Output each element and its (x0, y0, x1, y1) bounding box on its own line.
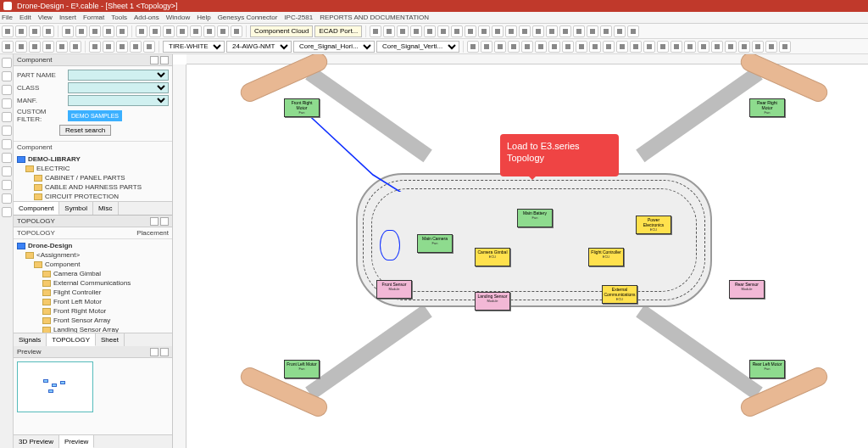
tree-item[interactable]: External Communications (53, 279, 131, 287)
custom-filter-value[interactable]: DEMO SAMPLES (68, 110, 122, 121)
tool-icon[interactable] (467, 41, 479, 53)
menu-help[interactable]: Help (197, 14, 210, 21)
menu-addons[interactable]: Add-ons (134, 14, 159, 21)
tool-icon[interactable] (546, 25, 558, 37)
tool-icon[interactable] (143, 41, 155, 53)
tool-icon[interactable] (614, 25, 626, 37)
tab-misc[interactable]: Misc (93, 202, 118, 215)
tool-icon[interactable] (587, 25, 598, 37)
tool-icon[interactable] (738, 41, 750, 53)
tool-icon[interactable] (603, 41, 615, 53)
tree-item[interactable]: CABINET / PANEL PARTS (45, 174, 125, 182)
chip-ecad-port[interactable]: ECAD Port... (314, 25, 362, 37)
tool-icon[interactable] (548, 41, 560, 53)
tab-sheet[interactable]: Sheet (96, 333, 125, 346)
tool-icon[interactable] (451, 25, 463, 37)
tool-icon[interactable] (616, 41, 628, 53)
tree-item[interactable]: Front Right Motor (53, 307, 106, 315)
select-awg[interactable]: 24-AWG-NMT (226, 41, 292, 53)
tool-icon[interactable] (684, 41, 696, 53)
select-sig-h[interactable]: Core_Signal_Hori... (293, 41, 375, 53)
menu-genesys[interactable]: Genesys Connector (218, 14, 278, 21)
gutter-icon[interactable] (2, 139, 12, 149)
tool-icon[interactable] (70, 41, 81, 53)
block-landing-sensor[interactable]: Landing SensorModule (475, 292, 510, 311)
tool-icon[interactable] (519, 25, 531, 37)
tool-icon[interactable] (231, 25, 242, 37)
select-tire[interactable]: TIRE-WHITE (163, 41, 225, 53)
tool-icon[interactable] (62, 25, 74, 37)
tool-icon[interactable] (521, 41, 533, 53)
tool-icon[interactable] (130, 41, 142, 53)
reset-search-button[interactable]: Reset search (59, 125, 111, 136)
tree-item[interactable]: <Assignment> (36, 251, 80, 259)
tool-icon[interactable] (573, 25, 585, 37)
tree-item[interactable]: CABLE AND HARNESS PARTS (45, 183, 142, 191)
gutter-icon[interactable] (2, 180, 12, 190)
tab-symbol[interactable]: Symbol (59, 202, 93, 215)
gutter-icon[interactable] (2, 207, 12, 217)
tab-3d-preview[interactable]: 3D Preview (14, 435, 59, 448)
library-root[interactable]: DEMO-LIBRARY (28, 155, 81, 163)
close-icon[interactable] (160, 217, 169, 226)
tool-icon[interactable] (492, 25, 504, 37)
tool-icon[interactable] (657, 41, 669, 53)
tree-item[interactable]: Landing Sensor Array (53, 326, 119, 333)
tool-icon[interactable] (383, 25, 395, 37)
tree-item[interactable]: CIRCUIT PROTECTION (45, 193, 119, 200)
block-front-sensor[interactable]: Front SensorModule (376, 280, 412, 299)
drawing-area[interactable]: Front Right MotorFan Rear Right MotorFan… (186, 64, 868, 448)
menu-format[interactable]: Format (83, 14, 104, 21)
tab-topology[interactable]: TOPOLOGY (47, 333, 96, 346)
tool-icon[interactable] (437, 25, 449, 37)
tool-icon[interactable] (29, 25, 41, 37)
tool-icon[interactable] (532, 25, 544, 37)
gutter-icon[interactable] (2, 98, 12, 109)
tool-icon[interactable] (56, 41, 68, 53)
tool-icon[interactable] (505, 25, 517, 37)
tree-item[interactable]: Front Left Motor (53, 298, 102, 305)
tool-icon[interactable] (670, 41, 682, 53)
tool-icon[interactable] (410, 25, 422, 37)
block-front-right-motor[interactable]: Front Right MotorFan (284, 98, 320, 117)
gutter-icon[interactable] (2, 112, 12, 122)
menu-tools[interactable]: Tools (111, 14, 127, 21)
tool-icon[interactable] (217, 25, 229, 37)
tool-icon[interactable] (103, 41, 114, 53)
tool-icon[interactable] (478, 25, 490, 37)
tree-item[interactable]: ELECTRIC (36, 165, 70, 172)
tool-icon[interactable] (2, 41, 14, 53)
tool-icon[interactable] (600, 25, 612, 37)
tool-icon[interactable] (559, 25, 571, 37)
pin-icon[interactable] (150, 56, 159, 64)
menu-insert[interactable]: Insert (59, 14, 76, 21)
gutter-icon[interactable] (2, 166, 12, 176)
input-manf[interactable] (68, 95, 169, 106)
input-class[interactable] (68, 82, 169, 93)
gutter-icon[interactable] (2, 126, 12, 136)
tool-icon[interactable] (15, 25, 27, 37)
gutter-icon[interactable] (2, 58, 12, 68)
tool-icon[interactable] (779, 41, 791, 53)
block-rear-sensor[interactable]: Rear SensorModule (729, 280, 765, 299)
tool-icon[interactable] (103, 25, 114, 37)
tool-icon[interactable] (630, 41, 642, 53)
tool-icon[interactable] (725, 41, 737, 53)
tool-icon[interactable] (535, 41, 547, 53)
block-flight-controller[interactable]: Flight ControllerECU (588, 248, 624, 266)
main-canvas[interactable]: Front Right MotorFan Rear Right MotorFan… (173, 54, 868, 448)
chip-component-cloud[interactable]: Component Cloud (250, 25, 313, 37)
menu-ipc[interactable]: IPC-2581 (284, 14, 313, 21)
tool-icon[interactable] (698, 41, 709, 53)
close-icon[interactable] (160, 348, 169, 356)
tool-icon[interactable] (42, 41, 54, 53)
preview-thumbnail[interactable] (17, 361, 93, 412)
select-sig-v[interactable]: Core_Signal_Verti... (376, 41, 459, 53)
tool-icon[interactable] (711, 41, 723, 53)
tool-icon[interactable] (370, 25, 381, 37)
tool-icon[interactable] (508, 41, 520, 53)
block-main-camera[interactable]: Main CameraFan (417, 234, 453, 253)
tool-icon[interactable] (116, 41, 128, 53)
input-partname[interactable] (68, 70, 169, 81)
menu-window[interactable]: Window (166, 14, 190, 21)
